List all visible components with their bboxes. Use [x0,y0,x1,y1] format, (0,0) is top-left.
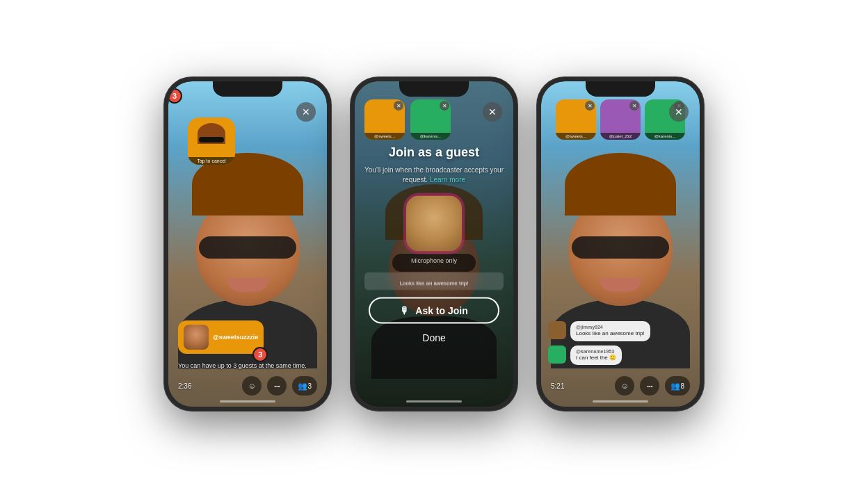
chat-messages: @jimmy024 Looks like an awesome trip! @k… [548,321,693,365]
phone-1-screen: ✕ Tap to cancel 3 @sweetsuz [168,81,327,407]
join-title: Join as a guest [364,145,504,160]
p3-avatar-3-label: @karenis... [645,133,685,140]
p3-hat [565,153,676,215]
phone-3-screen: ✕ ✕ @sweets... ✕ @patel_232 [541,81,700,407]
chat-text-2: I can feel the 🙂 [576,355,616,361]
chat-text-1: Looks like an awesome trip! [576,330,645,337]
p3-avatar-2-close[interactable]: ✕ [629,101,639,111]
top-avatar-tile[interactable]: Tap to cancel [188,117,235,165]
person-glasses [199,236,296,259]
phone3-emoji-button[interactable]: ☺ [615,376,634,396]
phone3-home-indicator [593,400,648,402]
phone3-time-label: 5:21 [551,382,564,390]
p3-avatar-2-label: @patel_232 [600,133,641,140]
ask-to-join-button[interactable]: 🎙 Ask to Join [369,298,499,324]
people-button[interactable]: 👥 3 [292,376,317,396]
mini-avatar [184,325,209,350]
phone3-avatar-row: ✕ @sweets... ✕ @patel_232 ✕ @karenis... [556,99,685,140]
chat-preview: Looks like an awesome trip! [364,273,504,291]
p3-avatar-1-label: @sweets... [556,133,596,140]
chat-message-2: @karename1953 I can feel the 🙂 [548,345,693,365]
bottom-text: You can have up to 3 guests at the same … [178,362,317,369]
p3-avatar-1-close[interactable]: ✕ [585,101,595,111]
tap-cancel-label[interactable]: Tap to cancel [188,157,235,165]
chat-bubble-2: @karename1953 I can feel the 🙂 [570,345,622,365]
chat-avatar-2 [548,345,566,364]
phone3-control-icons: ☺ ••• 👥 8 [615,376,690,396]
ask-join-label: Ask to Join [415,305,467,316]
phone3-bottom-controls: 5:21 ☺ ••• 👥 8 [551,376,690,396]
phone3-avatar-2: ✕ @patel_232 [600,99,641,140]
chat-username-1: @jimmy024 [576,325,645,330]
guest-avatar-face [406,196,462,252]
emoji-button[interactable]: ☺ [242,376,262,396]
close-button[interactable]: ✕ [296,102,316,122]
bottom-avatar-wrapper: @sweetsuzzzie 3 [178,320,264,358]
phone2-avatar-1: ✕ @sweets... [364,99,405,140]
chat-bubble-1: @jimmy024 Looks like an awesome trip! [570,321,650,341]
join-subtitle: You'll join when the broadcaster accepts… [364,165,504,185]
phone3-bottom-bar: 5:21 ☺ ••• 👥 8 [541,376,700,396]
phone3-more-button[interactable]: ••• [640,376,659,396]
phone-3: ✕ ✕ @sweets... ✕ @patel_232 [537,77,704,411]
join-dialog: Join as a guest You'll join when the bro… [364,145,504,343]
phone-2: ✕ ✕ @sweets... ✕ @karenis... Joi [351,77,517,411]
phone3-people-button[interactable]: 👥 8 [665,376,690,396]
phone2-close-button[interactable]: ✕ [483,102,502,122]
mic-icon: 🎙 [400,305,410,316]
phone2-avatar-row: ✕ @sweets... ✕ @karenis... [364,99,451,140]
chat-message-1: @jimmy024 Looks like an awesome trip! [548,321,693,341]
phone3-avatar-1: ✕ @sweets... [556,99,596,140]
avatar-1-close[interactable]: ✕ [394,101,403,111]
chat-username-2: @karename1953 [576,349,616,354]
avatar-2-label: @karenis... [410,133,451,140]
more-button[interactable]: ••• [267,376,287,396]
phones-container: ✕ Tap to cancel 3 @sweetsuz [150,63,718,425]
home-indicator [220,400,275,402]
p3-glasses [572,236,669,259]
mic-only-label: Microphone only [364,257,504,264]
guest-avatar [406,196,462,252]
learn-more-link[interactable]: Learn more [430,176,465,184]
phone2-home-indicator [406,400,462,402]
avatar-1-label: @sweets... [364,133,405,140]
bottom-badge: 3 [252,347,268,362]
bottom-bar: @sweetsuzzzie 3 You can have up to 3 gue… [168,320,327,396]
phone3-close-button[interactable]: ✕ [669,102,689,122]
mini-username: @sweetsuzzzie [213,334,258,341]
bottom-controls: 2:36 ☺ ••• 👥 3 [178,376,317,396]
done-button[interactable]: Done [364,332,504,343]
chat-preview-text: Looks like an awesome trip! [400,280,469,286]
phone-2-screen: ✕ ✕ @sweets... ✕ @karenis... Joi [355,81,513,407]
phone2-avatar-2: ✕ @karenis... [410,99,451,140]
chat-avatar-1 [548,321,566,339]
bottom-mini-tile[interactable]: @sweetsuzzzie [178,320,264,354]
phone-1: ✕ Tap to cancel 3 @sweetsuz [164,77,331,411]
control-icons: ☺ ••• 👥 3 [242,376,317,396]
avatar-2-close[interactable]: ✕ [440,101,449,111]
time-label: 2:36 [178,382,191,390]
